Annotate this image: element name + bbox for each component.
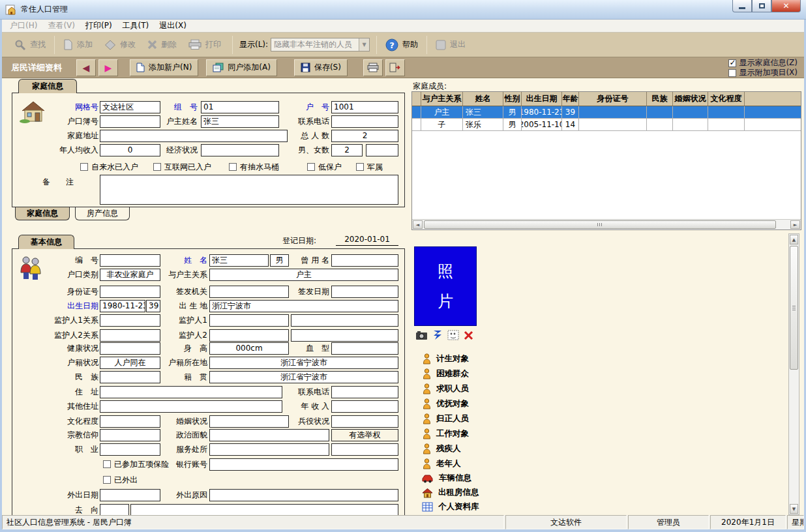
- vscroll-thumb[interactable]: [790, 246, 798, 370]
- close-button[interactable]: ✕: [771, 0, 801, 12]
- guardian1-rel-field[interactable]: [100, 314, 160, 327]
- main-vscrollbar[interactable]: ▲ ▼: [788, 233, 799, 515]
- name-field[interactable]: 张三: [209, 254, 269, 267]
- native-place-field[interactable]: 浙江省宁波市: [209, 371, 398, 383]
- relation-field[interactable]: 户主: [209, 269, 398, 281]
- col-birthdate[interactable]: 出生日期: [522, 92, 562, 106]
- head-name-field[interactable]: 张三: [201, 115, 279, 128]
- link-family-planning[interactable]: 计生对象: [423, 353, 469, 364]
- marriage-field[interactable]: [209, 415, 289, 428]
- politics-field[interactable]: [209, 429, 329, 441]
- guardian2-field2[interactable]: [291, 329, 398, 342]
- prev-record-button[interactable]: ◀: [76, 59, 96, 76]
- hscroll-thumb[interactable]: [424, 220, 776, 229]
- military-field[interactable]: [331, 415, 398, 428]
- col-age[interactable]: 年龄: [562, 92, 579, 106]
- scroll-up-icon[interactable]: ▲: [790, 235, 798, 244]
- group-no-field[interactable]: 01: [201, 101, 279, 113]
- guardian1-field2[interactable]: [291, 314, 398, 327]
- tap-water-checkbox[interactable]: 自来水已入户: [80, 162, 138, 172]
- family-address-field[interactable]: [100, 130, 288, 142]
- display-dropdown[interactable]: 隐藏非本年注销的人员 ▼: [271, 38, 370, 52]
- booklet-no-field[interactable]: [100, 115, 160, 128]
- male-count-field[interactable]: 2: [331, 144, 363, 156]
- col-name[interactable]: 姓名: [463, 92, 503, 106]
- exit-button[interactable]: 退出: [430, 35, 471, 55]
- tab-property-info[interactable]: 房产信息: [75, 207, 130, 220]
- link-work-targets[interactable]: 工作对象: [423, 428, 469, 439]
- health-field[interactable]: [100, 342, 160, 355]
- col-ethnic[interactable]: 民族: [647, 92, 673, 106]
- link-rehabilitated[interactable]: 归正人员: [423, 413, 469, 424]
- birth-date-field[interactable]: 1980-11-23: [100, 300, 145, 312]
- remark-textarea[interactable]: [100, 175, 398, 205]
- close-form-button[interactable]: [385, 59, 405, 76]
- guardian2-rel-field[interactable]: [100, 329, 160, 342]
- total-count-field[interactable]: 2: [331, 130, 398, 142]
- female-count-field[interactable]: [366, 144, 398, 156]
- former-name-field[interactable]: [331, 254, 398, 267]
- id-number-field[interactable]: [100, 286, 160, 298]
- grid-no-field[interactable]: 文达社区: [100, 101, 160, 113]
- add-new-household-button[interactable]: 添加新户(N): [130, 59, 198, 76]
- save-button[interactable]: 保存(S): [294, 59, 348, 76]
- bank-account-field[interactable]: [209, 458, 398, 471]
- out-date-field[interactable]: [100, 489, 160, 501]
- delete-button[interactable]: 删除: [142, 35, 183, 55]
- tab-family-info-bottom[interactable]: 家庭信息: [15, 207, 70, 220]
- col-sex[interactable]: 性别: [503, 92, 522, 106]
- blood-type-field[interactable]: [331, 342, 398, 355]
- issue-org-field[interactable]: [209, 286, 289, 298]
- add-button[interactable]: 添加: [57, 35, 98, 55]
- went-out-checkbox[interactable]: 已外出: [103, 475, 138, 485]
- table-row[interactable]: 户主 张三 男 1980-11-23 39: [412, 106, 801, 119]
- modify-button[interactable]: 修改: [98, 35, 142, 55]
- phone-field[interactable]: [331, 386, 398, 398]
- members-hscrollbar[interactable]: ◄ ►: [412, 219, 801, 229]
- workplace-field2[interactable]: [331, 443, 398, 456]
- low-income-checkbox[interactable]: 低保户: [307, 162, 342, 172]
- link-special-care[interactable]: 优抚对象: [423, 398, 469, 409]
- destination-field2[interactable]: [130, 504, 398, 515]
- next-record-button[interactable]: ▶: [98, 59, 118, 76]
- scroll-right-icon[interactable]: ►: [790, 220, 800, 229]
- hj-status-field[interactable]: 人户同在: [100, 357, 160, 369]
- religion-field[interactable]: [100, 429, 160, 441]
- family-phone-field[interactable]: [331, 115, 398, 128]
- help-button[interactable]: ? 帮助: [380, 35, 424, 55]
- scanner-icon[interactable]: [432, 330, 443, 340]
- military-family-checkbox[interactable]: 军属: [356, 162, 383, 172]
- menu-tools[interactable]: 工具(T): [117, 19, 155, 33]
- guardian1-field[interactable]: [209, 314, 289, 327]
- education-field[interactable]: [100, 415, 160, 428]
- menu-view[interactable]: 查看(V): [42, 19, 80, 33]
- workplace-field[interactable]: [209, 443, 329, 456]
- photo-placeholder[interactable]: 照 片: [414, 246, 477, 326]
- link-job-seekers[interactable]: 求职人员: [423, 383, 469, 394]
- table-row[interactable]: 子 张乐 男 2005-11-10 14: [412, 119, 801, 131]
- picture-icon[interactable]: [447, 330, 459, 340]
- guardian2-field[interactable]: [209, 329, 289, 342]
- birthplace-field[interactable]: 浙江宁波市: [209, 300, 398, 312]
- show-extra-checkbox[interactable]: 显示附加项目(X): [728, 68, 798, 78]
- income-field[interactable]: 0: [100, 144, 160, 156]
- other-address-field[interactable]: [100, 400, 282, 413]
- tab-basic-info[interactable]: 基本信息: [18, 235, 74, 249]
- height-field[interactable]: 000cm: [209, 342, 289, 355]
- restore-button[interactable]: [752, 0, 771, 12]
- toilet-checkbox[interactable]: 有抽水马桶: [229, 162, 279, 172]
- sex-field[interactable]: 男: [270, 254, 289, 267]
- ethnic-field[interactable]: [100, 371, 160, 383]
- menu-hukou[interactable]: 户口(H): [5, 19, 42, 33]
- occupation-field[interactable]: [100, 443, 160, 456]
- col-relation[interactable]: 与户主关系: [421, 92, 463, 106]
- economy-field[interactable]: [201, 144, 279, 156]
- annual-income-field[interactable]: [331, 400, 398, 413]
- col-id-number[interactable]: 身份证号: [579, 92, 647, 106]
- link-rental-info[interactable]: 出租房信息: [422, 487, 479, 498]
- print-icon-button[interactable]: [363, 59, 383, 76]
- delete-photo-icon[interactable]: [464, 331, 473, 340]
- link-disabled[interactable]: 残疾人: [423, 443, 461, 454]
- serial-no-field[interactable]: [100, 254, 160, 267]
- tab-family-info[interactable]: 家庭信息: [18, 79, 77, 93]
